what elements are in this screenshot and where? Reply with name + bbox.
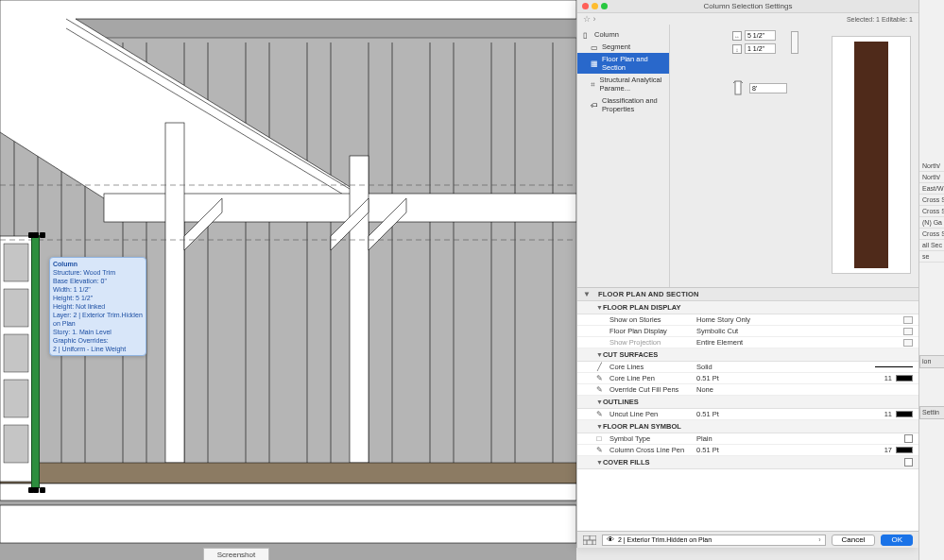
option-icon[interactable] — [903, 316, 913, 324]
property-row[interactable]: ✎Uncut Line Pen0.51 Pt11 — [577, 409, 918, 420]
group-header[interactable]: ▼CUT SURFACES — [577, 348, 918, 362]
property-value[interactable]: 0.51 Pt — [696, 374, 877, 382]
group-header[interactable]: ▼FLOOR PLAN SYMBOL — [577, 420, 918, 433]
line-style-sample[interactable] — [875, 366, 913, 367]
property-row[interactable]: Floor Plan DisplaySymbolic Cut — [577, 326, 918, 337]
ok-button[interactable]: OK — [881, 535, 913, 546]
property-label: Core Lines — [609, 363, 696, 371]
selection-count-label: Selected: 1 Editable: 1 — [847, 16, 913, 23]
pen-swatch[interactable] — [896, 411, 913, 417]
peek-row[interactable]: Cross S — [919, 229, 944, 240]
svg-rect-34 — [4, 289, 28, 327]
nav-structural-analytical[interactable]: ⌗Structural Analytical Parame... — [577, 74, 669, 94]
layer-combo[interactable]: 👁 2 | Exterior Trim.Hidden on Plan › — [602, 535, 826, 546]
property-row[interactable]: ╱Core LinesSolid — [577, 362, 918, 373]
selection-handle[interactable] — [28, 232, 34, 238]
property-value[interactable]: 0.51 Pt — [696, 446, 877, 454]
property-value[interactable]: Solid — [696, 363, 875, 371]
peek-tab[interactable]: ion — [919, 355, 944, 368]
nav-label: Column — [594, 30, 619, 39]
favorites-button[interactable]: ☆ › — [583, 14, 596, 24]
checkbox[interactable] — [904, 434, 913, 443]
nav-segment[interactable]: ▭Segment — [577, 41, 669, 53]
row-icon: ✎ — [592, 446, 606, 454]
zoom-icon[interactable] — [601, 3, 608, 9]
property-row[interactable]: ✎Override Cut Fill PensNone — [577, 384, 918, 396]
dialog-titlebar[interactable]: Column Selection Settings — [577, 0, 918, 13]
option-icon[interactable] — [903, 339, 913, 347]
property-label: Column Cross Line Pen — [609, 446, 696, 454]
peek-row[interactable]: Cross S — [919, 206, 944, 217]
property-row[interactable]: Show ProjectionEntire Element — [577, 337, 918, 348]
model-viewport[interactable]: Column Structure: Wood Trim Base Elevati… — [0, 0, 576, 560]
property-row[interactable]: ✎Core Line Pen0.51 Pt11 — [577, 373, 918, 384]
peek-row[interactable]: Cross S — [919, 195, 944, 206]
peek-row[interactable]: North/ — [919, 161, 944, 172]
dialog-title: Column Selection Settings — [704, 2, 793, 10]
segment-icon: ▭ — [591, 43, 598, 51]
disclosure-icon[interactable]: ▼ — [596, 399, 603, 405]
section-header-floor-plan[interactable]: ▼FLOOR PLAN AND SECTION — [577, 288, 918, 301]
column-preview[interactable] — [832, 36, 911, 274]
close-icon[interactable] — [582, 3, 589, 9]
geometry-panel: ↔ ↕ — [670, 25, 918, 287]
nav-label: Floor Plan and Section — [602, 55, 665, 72]
nav-column[interactable]: ▯Column — [577, 28, 669, 41]
cancel-button[interactable]: Cancel — [832, 535, 876, 546]
selection-handle[interactable] — [40, 232, 45, 238]
svg-rect-37 — [4, 425, 28, 463]
property-value[interactable]: None — [696, 385, 913, 394]
selected-column-element[interactable] — [32, 236, 39, 487]
properties-panel: ▼FLOOR PLAN AND SECTION ▼FLOOR PLAN DISP… — [577, 287, 918, 531]
property-label: Core Line Pen — [609, 374, 696, 382]
svg-rect-33 — [4, 244, 28, 281]
link-dimensions-toggle[interactable] — [791, 31, 798, 54]
minimize-icon[interactable] — [592, 3, 598, 9]
peek-tab[interactable]: Settin — [919, 406, 944, 419]
cover-fills-checkbox[interactable] — [904, 458, 913, 467]
plan-icon: ▦ — [591, 59, 598, 67]
row-icon: ✎ — [592, 410, 606, 418]
selection-handle[interactable] — [28, 487, 34, 493]
group-header[interactable]: ▼COVER FILLS — [577, 456, 918, 469]
group-header[interactable]: ▼OUTLINES — [577, 396, 918, 409]
disclosure-icon[interactable]: ▼ — [583, 290, 591, 298]
property-value[interactable]: Entire Element — [696, 338, 903, 347]
peek-row[interactable]: North/ — [919, 172, 944, 183]
peek-row[interactable]: se — [919, 251, 944, 263]
width-input[interactable] — [745, 30, 776, 41]
height-input[interactable] — [749, 83, 787, 93]
svg-rect-40 — [735, 81, 741, 94]
layer-brick-icon — [583, 535, 596, 545]
peek-row[interactable]: (N) Ga — [919, 217, 944, 229]
property-value[interactable]: Home Story Only — [696, 315, 903, 324]
nav-floor-plan-section[interactable]: ▦Floor Plan and Section — [577, 53, 669, 74]
depth-icon: ↕ — [732, 44, 742, 54]
svg-rect-29 — [0, 463, 576, 484]
group-header[interactable]: ▼FLOOR PLAN DISPLAY — [577, 301, 918, 314]
row-icon: ✎ — [592, 385, 606, 394]
svg-rect-31 — [0, 505, 576, 543]
peek-row[interactable]: all Sec — [919, 240, 944, 251]
pen-swatch[interactable] — [896, 375, 913, 382]
property-row[interactable]: ✎Column Cross Line Pen0.51 Pt17 — [577, 445, 918, 456]
disclosure-icon[interactable]: ▼ — [596, 351, 603, 358]
depth-input[interactable] — [745, 43, 776, 54]
disclosure-icon[interactable]: ▼ — [596, 304, 603, 311]
peek-row[interactable]: East/W — [919, 183, 944, 195]
disclosure-icon[interactable]: ▼ — [596, 423, 603, 430]
property-value[interactable]: Plain — [696, 434, 904, 443]
property-row[interactable]: □Symbol TypePlain — [577, 433, 918, 445]
window-traffic-lights[interactable] — [582, 3, 608, 9]
option-icon[interactable] — [903, 328, 913, 335]
property-row[interactable]: Show on StoriesHome Story Only — [577, 314, 918, 326]
pen-swatch[interactable] — [896, 447, 913, 453]
disclosure-icon[interactable]: ▼ — [596, 459, 603, 466]
property-value[interactable]: Symbolic Cut — [696, 327, 903, 335]
property-value[interactable]: 0.51 Pt — [696, 410, 877, 418]
tooltip-line: Width: 1 1/2" — [53, 285, 143, 294]
view-tab-screenshot[interactable]: Screenshot — [203, 548, 269, 560]
selection-handle[interactable] — [40, 487, 45, 493]
navigator-palette-peek[interactable]: North/ North/ East/W Cross S Cross S (N)… — [918, 0, 944, 560]
nav-classification[interactable]: 🏷Classification and Properties — [577, 94, 669, 115]
